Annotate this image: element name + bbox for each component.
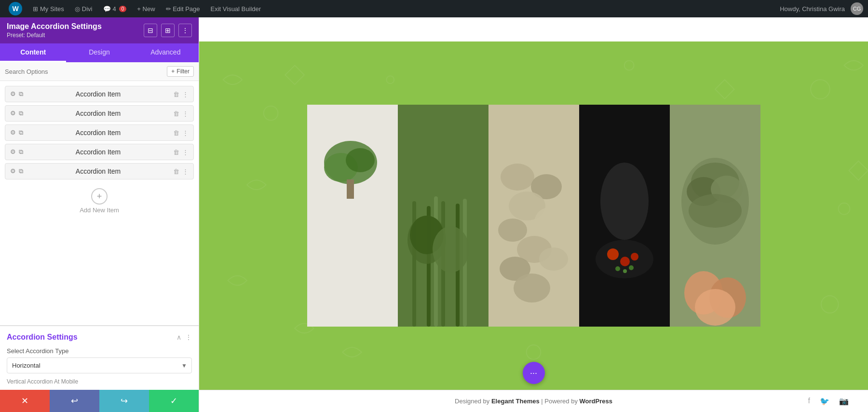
exit-builder-item[interactable]: Exit Visual Builder <box>207 0 265 17</box>
svg-rect-14 <box>412 201 416 327</box>
accordion-panel-1[interactable] <box>307 105 398 327</box>
main-layout: Image Accordion Settings Preset: Default… <box>0 17 868 412</box>
settings-icon[interactable]: ⚙ <box>10 110 16 117</box>
save-button[interactable]: ✓ <box>149 390 199 412</box>
cancel-button[interactable]: ✕ <box>0 390 50 412</box>
add-circle-icon: + <box>91 188 108 205</box>
greeting-item[interactable]: Howdy, Christina Gwira <box>776 5 849 13</box>
redo-button[interactable]: ↪ <box>99 390 149 412</box>
facebook-icon[interactable]: f <box>808 397 810 406</box>
drag-icon[interactable]: ⋮ <box>182 149 189 156</box>
accordion-items-list: ⚙ ⧉ Accordion Item 🗑 ⋮ ⚙ ⧉ Accordion Ite… <box>0 81 199 325</box>
comments-item[interactable]: 💬 4 0 <box>99 0 131 17</box>
delete-icon[interactable]: 🗑 <box>173 110 179 117</box>
accordion-type-select[interactable]: Horizontal Vertical <box>7 357 192 373</box>
panel-header-actions: ⊟ ⊞ ⋮ <box>144 24 192 37</box>
delete-icon[interactable]: 🗑 <box>173 91 179 98</box>
add-new-label: Add New Item <box>80 206 119 214</box>
settings-icon[interactable]: ⚙ <box>10 90 16 98</box>
copy-icon[interactable]: ⧉ <box>19 167 23 175</box>
grid-icon[interactable]: ⊞ <box>161 24 175 37</box>
svg-point-49 <box>689 194 742 228</box>
drag-icon[interactable]: ⋮ <box>182 110 189 117</box>
item-icon-group: ⚙ ⧉ <box>10 90 23 98</box>
item-actions: 🗑 ⋮ <box>173 129 189 137</box>
wp-logo-item[interactable]: W <box>5 0 26 17</box>
vertical-mobile-label: Vertical Accordion At Mobile <box>7 378 192 385</box>
broccoli-scene <box>307 105 398 327</box>
new-item[interactable]: + New <box>133 0 159 17</box>
drag-icon[interactable]: ⋮ <box>182 91 189 98</box>
tab-design[interactable]: Design <box>66 43 132 62</box>
drag-icon[interactable]: ⋮ <box>182 168 189 175</box>
tab-advanced[interactable]: Advanced <box>133 43 199 62</box>
delete-icon[interactable]: 🗑 <box>173 168 179 175</box>
copy-icon[interactable]: ⧉ <box>19 148 23 156</box>
layout-icon[interactable]: ⊟ <box>144 24 157 37</box>
accordion-panel-4[interactable] <box>579 105 670 327</box>
accordion-type-select-wrapper: Horizontal Vertical ▼ <box>7 357 192 373</box>
copy-icon[interactable]: ⧉ <box>19 90 23 98</box>
tab-content[interactable]: Content <box>0 43 66 62</box>
svg-point-43 <box>629 265 634 270</box>
twitter-icon[interactable]: 🐦 <box>820 397 829 406</box>
footer-elegant-themes: Elegant Themes <box>491 398 540 405</box>
list-item: ⚙ ⧉ Accordion Item 🗑 ⋮ <box>5 163 194 179</box>
undo-button[interactable]: ↩ <box>50 390 99 412</box>
settings-icon[interactable]: ⚙ <box>10 148 16 156</box>
accordion-item-label: Accordion Item <box>27 110 169 117</box>
floating-action-button[interactable]: ··· <box>523 362 545 384</box>
more-options-icon[interactable]: ⋮ <box>178 24 192 37</box>
delete-icon[interactable]: 🗑 <box>173 149 179 156</box>
svg-point-41 <box>615 266 620 271</box>
filter-plus-icon: + <box>171 68 175 75</box>
asparagus-scene <box>398 105 488 327</box>
fab-icon: ··· <box>530 368 537 378</box>
new-label: + New <box>137 5 155 13</box>
drag-icon[interactable]: ⋮ <box>182 129 189 137</box>
svg-point-38 <box>607 248 619 260</box>
svg-point-1 <box>811 80 830 99</box>
panel-preset[interactable]: Preset: Default <box>7 32 102 39</box>
item-actions: 🗑 ⋮ <box>173 149 189 156</box>
my-sites-item[interactable]: ⊞ My Sites <box>29 0 68 17</box>
copy-icon[interactable]: ⧉ <box>19 110 23 117</box>
settings-icon[interactable]: ⚙ <box>10 167 16 175</box>
cancel-icon: ✕ <box>21 396 28 406</box>
add-new-item-button[interactable]: + Add New Item <box>5 182 194 221</box>
panel-header: Image Accordion Settings Preset: Default… <box>0 17 199 43</box>
svg-point-26 <box>501 164 534 191</box>
svg-point-29 <box>498 219 527 242</box>
section-actions: ∧ ⋮ <box>176 333 192 341</box>
settings-icon[interactable]: ⚙ <box>10 129 16 137</box>
search-input[interactable] <box>5 68 167 75</box>
edit-page-label: ✏ Edit Page <box>166 5 200 13</box>
save-icon: ✓ <box>170 396 177 406</box>
edit-page-item[interactable]: ✏ Edit Page <box>162 0 204 17</box>
svg-point-52 <box>695 289 735 326</box>
instagram-icon[interactable]: 📷 <box>839 397 849 406</box>
canvas-top-bar <box>199 17 868 41</box>
accordion-panel-3[interactable] <box>488 105 579 327</box>
accordion-item-label: Accordion Item <box>27 148 169 156</box>
svg-rect-11 <box>347 179 354 199</box>
admin-bar-right: Howdy, Christina Gwira CG <box>776 2 863 15</box>
copy-icon[interactable]: ⧉ <box>19 129 23 137</box>
comment-count-badge: 0 <box>119 6 127 12</box>
accordion-panel-2[interactable] <box>398 105 488 327</box>
section-more-icon[interactable]: ⋮ <box>185 333 192 341</box>
item-icon-group: ⚙ ⧉ <box>10 148 23 156</box>
accordion-panel-5[interactable] <box>670 105 760 327</box>
artichoke-scene <box>670 105 760 327</box>
delete-icon[interactable]: 🗑 <box>173 129 179 137</box>
filter-button[interactable]: + Filter <box>167 66 194 77</box>
collapse-icon[interactable]: ∧ <box>176 333 181 341</box>
list-item: ⚙ ⧉ Accordion Item 🗑 ⋮ <box>5 105 194 122</box>
accordion-visual <box>199 41 868 390</box>
svg-point-0 <box>264 106 278 121</box>
svg-point-6 <box>527 345 541 359</box>
accordion-item-label: Accordion Item <box>27 90 169 98</box>
divi-item[interactable]: ◎ Divi <box>71 0 96 17</box>
panel-header-text: Image Accordion Settings Preset: Default <box>7 22 102 39</box>
comment-number: 4 <box>113 5 116 13</box>
